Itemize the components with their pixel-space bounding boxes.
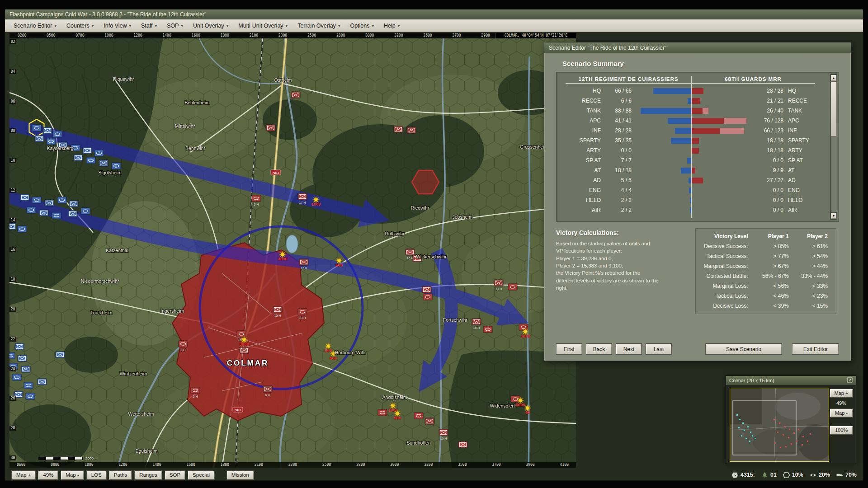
ruler-number: 4100 <box>560 462 569 468</box>
expand-icon[interactable] <box>847 377 853 384</box>
scrollbar-down-icon[interactable]: ▼ <box>830 212 837 219</box>
blue-unit-counter[interactable] <box>52 212 61 219</box>
red-unit-counter[interactable]: 13 H <box>494 280 503 291</box>
menu-item-terrain-overlay[interactable]: Terrain Overlay▾ <box>292 19 345 32</box>
toolbar-button-special[interactable]: Special <box>188 470 215 480</box>
blue-unit-counter[interactable] <box>68 211 77 217</box>
menu-item-info-view[interactable]: Info View▾ <box>99 19 136 32</box>
red-unit-counter[interactable] <box>291 92 300 98</box>
app-window: Flashpoint Campaigns Cold War - 3.0.0.98… <box>5 9 863 481</box>
minimap-full-zoom-button[interactable]: 100% <box>830 426 853 435</box>
ruler-number: 1400 <box>152 462 161 468</box>
blue-unit-counter[interactable] <box>53 131 62 137</box>
blue-unit-counter[interactable] <box>74 155 83 161</box>
menu-item-options[interactable]: Options▾ <box>345 19 379 32</box>
toolbar-button-map-plus[interactable]: Map + <box>11 470 36 480</box>
toolbar-button-paths[interactable]: Paths <box>109 470 132 480</box>
minimap-enemy-dot <box>780 447 781 448</box>
blue-unit-counter[interactable] <box>47 138 56 145</box>
caret-down-icon: ▾ <box>155 23 157 28</box>
blue-unit-counter[interactable] <box>32 197 41 203</box>
victory-header-cell: Player 2 <box>793 233 831 239</box>
red-unit-counter[interactable] <box>394 126 403 132</box>
map-canvas[interactable]: 2 H17 H17 H15 H13 H16 H3 H2 H6 H16 H11 H… <box>9 38 576 468</box>
scrollbar-up-icon[interactable]: ▲ <box>830 75 837 81</box>
red-unit-counter[interactable] <box>423 294 432 300</box>
toolbar-button-los[interactable]: LOS <box>86 470 107 480</box>
blue-unit-counter[interactable] <box>99 160 108 166</box>
blue-unit-counter[interactable] <box>26 393 35 399</box>
minimap-titlebar[interactable]: Colmar (20 x 15 km) <box>726 376 856 385</box>
map-viewport[interactable]: 0200050007001000120014001600180021002300… <box>9 33 576 468</box>
red-unit-counter[interactable] <box>378 409 387 416</box>
last-button[interactable]: Last <box>646 343 672 355</box>
blue-unit-counter[interactable] <box>39 210 48 216</box>
red-unit-counter[interactable] <box>425 418 434 424</box>
menu-item-unit-overlay[interactable]: Unit Overlay▾ <box>188 19 233 32</box>
red-unit-counter[interactable]: 17 H <box>298 193 307 204</box>
summary-scrollbar[interactable]: ▲ ▼ <box>830 74 837 220</box>
red-unit-counter[interactable]: 13 H <box>298 309 307 319</box>
red-unit-counter[interactable] <box>414 413 423 419</box>
red-unit-counter[interactable]: 15 H <box>472 319 481 329</box>
scrollbar-thumb[interactable] <box>830 81 837 136</box>
minimap-image[interactable] <box>730 388 829 462</box>
minimap-enemy-dot <box>789 429 790 430</box>
blue-unit-counter[interactable] <box>27 207 36 213</box>
left-strength-value: 6 / 6 <box>604 98 636 104</box>
blue-unit-counter[interactable] <box>21 366 30 372</box>
red-unit-counter[interactable] <box>483 326 492 333</box>
ruler-number: 1800 <box>221 462 229 468</box>
red-unit-counter[interactable] <box>266 125 275 131</box>
red-unit-counter[interactable] <box>458 441 467 448</box>
blue-unit-counter[interactable] <box>38 379 47 385</box>
ruler-number: 0600 <box>17 462 25 468</box>
blue-unit-counter[interactable] <box>57 197 66 203</box>
blue-unit-counter[interactable] <box>20 194 29 201</box>
victory-cell: Decisive Loss: <box>700 303 754 309</box>
dialog-titlebar[interactable]: Scenario Editor "The Ride of the 12th Cu… <box>544 42 851 53</box>
menu-item-counters[interactable]: Counters▾ <box>61 19 99 32</box>
blue-unit-counter[interactable] <box>83 147 92 154</box>
red-unit-counter[interactable] <box>508 284 517 290</box>
back-button[interactable]: Back <box>586 343 612 355</box>
toolbar-button-49[interactable]: 49% <box>38 470 58 480</box>
menu-item-help[interactable]: Help▾ <box>379 19 405 32</box>
menu-item-multiminusunit-overlay[interactable]: Multi-Unit Overlay▾ <box>233 19 292 32</box>
red-unit-counter[interactable] <box>407 127 416 133</box>
exit-editor-button[interactable]: Exit Editor <box>792 343 839 355</box>
red-unit-counter[interactable]: 10 H <box>439 429 448 440</box>
blue-unit-counter[interactable] <box>56 352 65 358</box>
minimap-map-plus-button[interactable]: Map + <box>830 389 853 398</box>
minimap-map-minus-button[interactable]: Map - <box>830 408 853 418</box>
first-button[interactable]: First <box>556 343 582 355</box>
blue-unit-counter[interactable] <box>81 208 90 214</box>
red-unit-counter[interactable]: 15 H <box>273 306 282 317</box>
blue-unit-counter[interactable] <box>18 355 27 361</box>
mission-button[interactable]: Mission <box>226 470 254 480</box>
blue-unit-counter[interactable] <box>35 136 44 142</box>
next-button[interactable]: Next <box>616 343 642 355</box>
blue-unit-counter[interactable] <box>32 125 41 131</box>
blue-unit-counter[interactable] <box>86 157 95 164</box>
save-scenario-button[interactable]: Save Scenario <box>705 343 782 355</box>
toolbar-button-sop[interactable]: SOP <box>165 470 185 480</box>
toolbar-button-ranges[interactable]: Ranges <box>134 470 162 480</box>
scrollbar-track[interactable] <box>830 81 837 212</box>
blue-unit-counter[interactable] <box>112 163 121 169</box>
red-unit-counter[interactable] <box>240 347 249 353</box>
red-unit-counter[interactable]: 17 H <box>299 259 308 270</box>
blue-unit-counter[interactable] <box>94 150 104 156</box>
blue-unit-counter[interactable] <box>24 382 33 389</box>
dialog-button-row: First Back Next Last Save Scenario Exit … <box>556 343 839 355</box>
menu-item-staff[interactable]: Staff▾ <box>136 19 162 32</box>
blue-unit-counter[interactable] <box>69 201 78 207</box>
menu-item-sop[interactable]: SOP▾ <box>162 19 188 32</box>
blue-unit-counter[interactable] <box>43 127 52 134</box>
toolbar-button-map-minus[interactable]: Map - <box>61 470 84 480</box>
blue-unit-counter[interactable] <box>18 226 27 232</box>
left-strength-value: 66 / 66 <box>604 88 636 94</box>
menu-item-scenario-editor[interactable]: Scenario Editor▾ <box>9 19 61 32</box>
blue-unit-counter[interactable] <box>45 200 54 206</box>
town-label: Sigolsheim <box>98 170 122 175</box>
